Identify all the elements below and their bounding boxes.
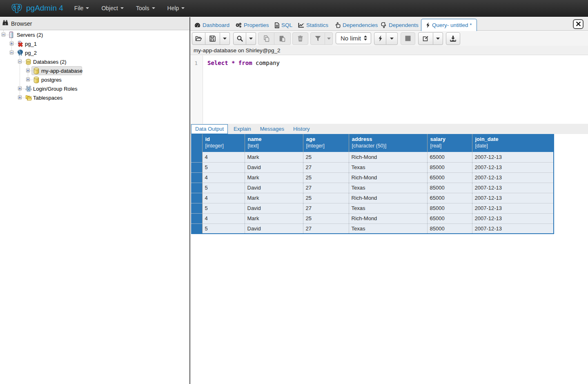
row-header-cell[interactable]: [191, 223, 202, 234]
find-menu-button[interactable]: [246, 32, 256, 45]
grid-cell[interactable]: 2007-12-13: [472, 162, 554, 172]
tree-item-pg-2[interactable]: pg_2: [25, 48, 37, 57]
grid-cell[interactable]: 27: [303, 203, 349, 213]
download-csv-button[interactable]: [446, 32, 460, 45]
row-header-cell[interactable]: [191, 193, 202, 203]
output-tab-history[interactable]: History: [289, 124, 314, 134]
grid-cell[interactable]: 85000: [427, 183, 472, 193]
row-header-cell[interactable]: [191, 183, 202, 193]
grid-cell[interactable]: 4: [202, 172, 245, 183]
grid-cell[interactable]: Rich-Mond: [349, 152, 427, 162]
output-tab-data-output[interactable]: Data Output: [191, 124, 228, 134]
tab-dependencies[interactable]: Dependencies: [335, 20, 378, 31]
column-header-address[interactable]: address[character (50)]: [349, 134, 427, 152]
row-header-cell[interactable]: [191, 152, 202, 162]
execute-query-button[interactable]: [374, 32, 386, 45]
grid-cell[interactable]: 5: [202, 162, 245, 172]
grid-cell[interactable]: 2007-12-13: [472, 172, 554, 183]
tab-dependents[interactable]: Dependents: [381, 20, 419, 31]
column-header-age[interactable]: age[integer]: [303, 134, 349, 152]
column-header-name[interactable]: name[text]: [245, 134, 303, 152]
grid-cell[interactable]: Texas: [349, 223, 427, 234]
grid-cell[interactable]: 2007-12-13: [472, 203, 554, 213]
tree-expand-toggle[interactable]: [26, 69, 30, 72]
row-header-cell[interactable]: [191, 172, 202, 183]
grid-cell[interactable]: Rich-Mond: [349, 213, 427, 223]
grid-cell[interactable]: Texas: [349, 162, 427, 172]
tree-expand-toggle[interactable]: [10, 42, 13, 45]
tree-item-databases-2[interactable]: Databases (2): [33, 57, 67, 66]
tree-expand-toggle[interactable]: [18, 96, 22, 99]
close-tab-button[interactable]: [573, 19, 584, 29]
grid-cell[interactable]: 4: [202, 193, 245, 203]
row-header-cell[interactable]: [191, 162, 202, 172]
grid-cell[interactable]: 5: [202, 183, 245, 193]
grid-cell[interactable]: 2007-12-13: [472, 213, 554, 223]
grid-cell[interactable]: 5: [202, 203, 245, 213]
grid-cell[interactable]: 25: [303, 152, 349, 162]
grid-cell[interactable]: Rich-Mond: [349, 193, 427, 203]
row-header-cell[interactable]: [191, 213, 202, 223]
edit-menu-button[interactable]: [433, 32, 443, 45]
open-file-button[interactable]: [192, 32, 205, 45]
menu-tools[interactable]: Tools: [130, 0, 161, 17]
grid-cell[interactable]: 27: [303, 162, 349, 172]
grid-cell[interactable]: Rich-Mond: [349, 172, 427, 183]
grid-cell[interactable]: Mark: [245, 213, 303, 223]
grid-cell[interactable]: Mark: [245, 152, 303, 162]
menu-file[interactable]: File: [68, 0, 96, 17]
grid-cell[interactable]: 85000: [427, 162, 472, 172]
grid-cell[interactable]: 2007-12-13: [472, 183, 554, 193]
grid-corner-cell[interactable]: [191, 134, 202, 152]
grid-cell[interactable]: David: [245, 183, 303, 193]
save-menu-button[interactable]: [220, 32, 230, 45]
column-header-salary[interactable]: salary[real]: [427, 134, 472, 152]
execute-menu-button[interactable]: [386, 32, 398, 45]
grid-cell[interactable]: 5: [202, 223, 245, 234]
grid-cell[interactable]: 4: [202, 152, 245, 162]
tab-sql[interactable]: SQL: [274, 20, 292, 31]
grid-cell[interactable]: 85000: [427, 223, 472, 234]
tab-query-untitled[interactable]: Query- untitled *: [421, 19, 477, 31]
grid-cell[interactable]: David: [245, 203, 303, 213]
row-header-cell[interactable]: [191, 203, 202, 213]
tree-item-postgres[interactable]: postgres: [41, 75, 62, 84]
grid-cell[interactable]: David: [245, 223, 303, 234]
tree-collapse-toggle[interactable]: [10, 51, 13, 54]
grid-cell[interactable]: Mark: [245, 172, 303, 183]
grid-cell[interactable]: 65000: [427, 213, 472, 223]
row-limit-select[interactable]: No limit: [336, 32, 371, 44]
grid-cell[interactable]: 25: [303, 172, 349, 183]
column-header-id[interactable]: id[integer]: [202, 134, 245, 152]
output-tab-messages[interactable]: Messages: [256, 124, 288, 134]
output-tab-explain[interactable]: Explain: [229, 124, 255, 134]
grid-cell[interactable]: 85000: [427, 203, 472, 213]
tree-item-login-group-roles[interactable]: Login/Group Roles: [33, 84, 77, 93]
tab-dashboard[interactable]: Dashboard: [194, 20, 229, 31]
tree-item-tablespaces[interactable]: Tablespaces: [33, 93, 62, 102]
edit-options-button[interactable]: [418, 32, 433, 45]
grid-cell[interactable]: 65000: [427, 172, 472, 183]
tree-item-pg-1[interactable]: pg_1: [25, 39, 37, 48]
menu-help[interactable]: Help: [161, 0, 191, 17]
column-header-join_date[interactable]: join_date[date]: [472, 134, 554, 152]
grid-cell[interactable]: 27: [303, 223, 349, 234]
tree-collapse-toggle[interactable]: [2, 33, 5, 36]
save-file-button[interactable]: [205, 32, 220, 45]
grid-cell[interactable]: Texas: [349, 183, 427, 193]
tree-collapse-toggle[interactable]: [18, 60, 22, 63]
grid-cell[interactable]: 4: [202, 213, 245, 223]
tab-properties[interactable]: Properties: [235, 20, 269, 31]
grid-cell[interactable]: Texas: [349, 203, 427, 213]
grid-cell[interactable]: David: [245, 162, 303, 172]
grid-cell[interactable]: 2007-12-13: [472, 193, 554, 203]
grid-cell[interactable]: 25: [303, 213, 349, 223]
brand[interactable]: pgAdmin 4: [11, 3, 63, 13]
tree-expand-toggle[interactable]: [18, 87, 22, 90]
tree-expand-toggle[interactable]: [26, 78, 30, 81]
find-button[interactable]: [233, 32, 246, 45]
tab-statistics[interactable]: Statistics: [298, 20, 328, 31]
grid-cell[interactable]: 65000: [427, 193, 472, 203]
grid-cell[interactable]: 65000: [427, 152, 472, 162]
grid-cell[interactable]: 25: [303, 193, 349, 203]
